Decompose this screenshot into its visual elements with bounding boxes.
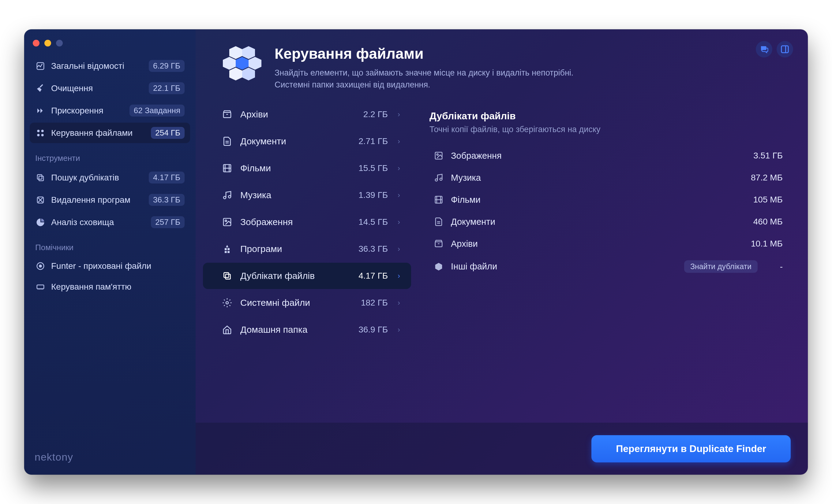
category-size: 1.39 ГБ <box>359 190 388 200</box>
category-images[interactable]: Зображення 14.5 ГБ › <box>203 209 411 235</box>
sidebar-item-label: Керування файлами <box>51 128 146 138</box>
svg-point-2 <box>41 130 44 132</box>
detail-row-documents[interactable]: Документи 460 МБ <box>430 211 786 233</box>
sidebar-item-label: Прискорення <box>51 106 124 116</box>
detail-size: 105 МБ <box>753 195 783 204</box>
category-duplicates[interactable]: Дублікати файлів 4.17 ГБ › <box>203 263 411 289</box>
category-archives[interactable]: Архіви 2.2 ГБ › <box>203 101 411 128</box>
svg-rect-45 <box>435 242 442 247</box>
sidebar-item-uninstall[interactable]: Видалення програм 36.3 ГБ <box>30 190 190 210</box>
svg-rect-6 <box>37 175 42 179</box>
svg-marker-14 <box>242 46 255 59</box>
category-system[interactable]: Системні файли 182 ГБ › <box>203 290 411 316</box>
detail-row-movies[interactable]: Фільми 105 МБ <box>430 189 786 211</box>
sidebar-item-size: 254 ГБ <box>151 127 185 139</box>
category-label: Музика <box>240 190 351 200</box>
sidebar-item-overview[interactable]: Загальні відомості 6.29 ГБ <box>30 56 190 76</box>
header-hex-icon <box>221 44 264 87</box>
category-movies[interactable]: Фільми 15.5 ГБ › <box>203 155 411 181</box>
sidebar-item-funter[interactable]: Funter - приховані файли <box>30 257 190 276</box>
svg-point-34 <box>226 302 228 304</box>
svg-marker-18 <box>229 67 242 80</box>
chevron-right-icon: › <box>395 272 402 280</box>
svg-marker-47 <box>435 263 442 270</box>
detail-label: Фільми <box>451 195 747 205</box>
svg-rect-20 <box>224 113 231 118</box>
dashboard-icon <box>35 61 46 71</box>
chevron-right-icon: › <box>395 137 402 146</box>
speed-icon <box>35 106 46 116</box>
category-label: Системні файли <box>240 298 354 308</box>
app-icon <box>221 243 233 255</box>
sidebar-item-size: 6.29 ГБ <box>149 60 185 72</box>
document-icon <box>221 136 233 147</box>
category-home[interactable]: Домашня папка 36.9 ГБ › <box>203 316 411 343</box>
hex-icon <box>35 128 46 138</box>
detail-size: 3.51 ГБ <box>753 151 783 161</box>
chevron-right-icon: › <box>395 110 402 119</box>
category-music[interactable]: Музика 1.39 ГБ › <box>203 182 411 208</box>
sidebar-item-memory[interactable]: Керування пам'яттю <box>30 277 190 296</box>
details-subtitle: Точні копії файлів, що зберігаються на д… <box>430 125 786 134</box>
chevron-right-icon: › <box>395 245 402 253</box>
category-label: Програми <box>240 244 351 254</box>
svg-rect-10 <box>37 285 44 289</box>
detail-row-archives[interactable]: Архіви 10.1 МБ <box>430 233 786 255</box>
sidebar-item-size: 4.17 ГБ <box>149 172 185 184</box>
detail-label: Архіви <box>451 239 744 249</box>
detail-size: 10.1 МБ <box>751 239 783 249</box>
svg-point-38 <box>440 178 442 181</box>
svg-rect-32 <box>226 274 231 279</box>
category-label: Зображення <box>240 217 351 227</box>
film-icon <box>433 194 444 205</box>
brand-logo: nektony <box>30 448 190 466</box>
target-icon <box>35 261 46 271</box>
sidebar-item-size: 22.1 ГБ <box>149 82 185 94</box>
pie-icon <box>35 217 46 227</box>
category-label: Дублікати файлів <box>240 271 351 281</box>
music-icon <box>433 172 444 183</box>
svg-point-4 <box>41 134 44 136</box>
svg-point-3 <box>37 134 40 136</box>
svg-point-36 <box>437 154 438 156</box>
category-size: 4.17 ГБ <box>359 271 388 281</box>
find-duplicates-chip[interactable]: Знайти дублікати <box>684 260 758 273</box>
details-title: Дублікати файлів <box>430 110 786 122</box>
view-in-duplicate-finder-button[interactable]: Переглянути в Duplicate Finder <box>591 435 791 463</box>
detail-label: Документи <box>451 217 747 227</box>
svg-point-1 <box>37 130 40 132</box>
category-documents[interactable]: Документи 2.71 ГБ › <box>203 128 411 155</box>
archive-icon <box>221 109 233 120</box>
category-size: 36.3 ГБ <box>359 244 388 254</box>
sidebar-item-filemanage[interactable]: Керування файлами 254 ГБ <box>30 123 190 143</box>
archive-icon <box>433 238 444 249</box>
window-controls <box>30 38 190 56</box>
close-window[interactable] <box>33 40 40 47</box>
content-area: Архіви 2.2 ГБ › Документи 2.71 ГБ › Філь… <box>196 101 808 423</box>
zoom-window[interactable] <box>56 40 63 47</box>
detail-row-other: Інші файли Знайти дублікати - <box>430 255 786 278</box>
detail-row-images[interactable]: Зображення 3.51 ГБ <box>430 145 786 167</box>
sidebar-item-size: 36.3 ГБ <box>149 194 185 206</box>
page-subtitle-1: Знайдіть елементи, що займають значне мі… <box>275 68 573 77</box>
chevron-right-icon: › <box>395 191 402 199</box>
svg-rect-5 <box>39 176 44 181</box>
category-label: Фільми <box>240 163 351 173</box>
uninstall-icon <box>35 195 46 205</box>
svg-point-37 <box>435 179 438 181</box>
document-icon <box>433 216 444 227</box>
sidebar-item-label: Видалення програм <box>51 195 143 205</box>
chevron-right-icon: › <box>395 164 402 172</box>
minimize-window[interactable] <box>44 40 51 47</box>
sidebar-item-duplicates[interactable]: Пошук дублікатів 4.17 ГБ <box>30 167 190 188</box>
category-apps[interactable]: Програми 36.3 ГБ › <box>203 236 411 262</box>
sidebar-item-label: Пошук дублікатів <box>51 173 143 183</box>
sidebar-item-speedup[interactable]: Прискорення 62 Завдання <box>30 100 190 121</box>
sidebar-item-storage[interactable]: Аналіз сховища 257 ГБ <box>30 212 190 232</box>
category-size: 2.2 ГБ <box>363 110 388 119</box>
app-window: Загальні відомості 6.29 ГБ Очищення 22.1… <box>24 29 808 475</box>
detail-row-music[interactable]: Музика 87.2 МБ <box>430 167 786 189</box>
sidebar-item-label: Загальні відомості <box>51 61 143 71</box>
film-icon <box>221 162 233 174</box>
sidebar-item-cleanup[interactable]: Очищення 22.1 ГБ <box>30 78 190 99</box>
